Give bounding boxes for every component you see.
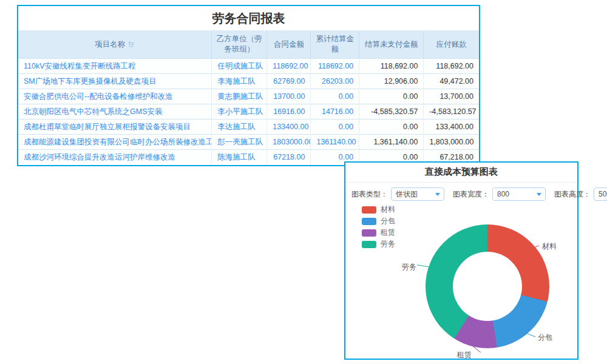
cell-contract: 1803000.00 (267, 135, 311, 150)
cell-unit: 陈海施工队 (212, 150, 267, 165)
legend-swatch (362, 229, 376, 237)
cell-unit: 彭一亮施工队 (212, 135, 267, 150)
cell-payable: 133,400.00 (424, 120, 479, 135)
chart-height-label: 图表高度： (554, 189, 591, 200)
report-table: 项目名称 乙方单位（劳务班组） 合同金额 累计结算金额 结算未支付金额 应付账款… (18, 30, 479, 165)
chart-width-label: 图表宽度： (453, 189, 489, 200)
cell-payable: 1,803,000.00 (424, 135, 479, 150)
column-header-payable: 应付账款 (424, 30, 479, 59)
cell-settled: 1361140.00 (311, 135, 359, 150)
cell-contract: 62769.00 (267, 74, 311, 89)
cell-unpaid: 1,361,140.00 (359, 135, 424, 150)
callout-label-material: 材料 (542, 241, 557, 252)
cell-settled: 0.00 (311, 89, 359, 104)
chart-width-group: 图表宽度： 800 (453, 187, 546, 201)
cell-settled: 0.00 (311, 120, 359, 135)
cell-unpaid: 0.00 (359, 89, 424, 104)
chart-height-group: 图表高度： 500 (554, 187, 607, 201)
cell-project[interactable]: SM广场地下车库更换摄像机及硬盘项目 (18, 74, 212, 89)
column-header-contract-amount: 合同金额 (267, 30, 311, 59)
legend-swatch (362, 206, 376, 214)
cell-unpaid: 118,692.00 (359, 59, 424, 74)
column-header-settled-amount: 累计结算金额 (311, 30, 359, 59)
cell-contract: 133400.00 (267, 120, 311, 135)
legend-item[interactable]: 分包 (362, 215, 395, 227)
chevron-down-icon (537, 193, 541, 196)
callout-label-labor: 劳务 (402, 262, 416, 272)
cell-payable: 118,692.00 (424, 59, 479, 74)
cell-unit: 李小平施工队 (212, 104, 267, 120)
legend-label: 劳务 (381, 239, 395, 249)
cell-payable: -4,583,120.57 (424, 104, 479, 120)
cell-settled: 26203.00 (311, 74, 359, 89)
legend-swatch (362, 241, 376, 248)
column-header-unpaid-amount: 结算未支付金额 (359, 30, 424, 59)
legend-swatch (362, 218, 376, 225)
column-header-project[interactable]: 项目名称 (18, 30, 212, 59)
cell-project[interactable]: 成都能源建设集团投资有限公司临时办公场所装修改造工程EPC (18, 135, 212, 150)
donut-hole (453, 252, 522, 321)
chart-type-select[interactable]: 饼状图 (391, 187, 444, 201)
cell-contract: 16916.00 (267, 104, 311, 120)
chart-type-group: 图表类型： 饼状图 (351, 187, 444, 201)
chart-type-label: 图表类型： (351, 189, 388, 200)
table-row: 110kV安徽线程集变开断线路工程任明成施工队118692.00118692.0… (18, 59, 479, 74)
chart-legend: 材料分包租赁劳务 (362, 204, 395, 250)
cell-project[interactable]: 成都沙河环境综合提升改造运河护岸维修改造 (18, 150, 212, 165)
chart-height-value: 500 (599, 190, 607, 198)
callout-label-rental: 租赁 (457, 350, 472, 360)
chart-height-select[interactable]: 500 (594, 187, 607, 201)
cell-unit: 黄志鹏施工队 (212, 89, 267, 104)
chart-width-value: 800 (497, 190, 509, 198)
legend-item[interactable]: 材料 (362, 204, 395, 215)
cell-project[interactable]: 成都杜甫草堂临时展厅独立展柜报警设备安装项目 (18, 120, 212, 135)
cell-payable: 49,472.00 (424, 74, 479, 89)
cell-contract: 67218.00 (267, 150, 311, 165)
cell-unpaid: -4,585,320.57 (359, 104, 424, 120)
callout-label-subcontract: 分包 (538, 332, 552, 343)
column-header-unit: 乙方单位（劳务班组） (212, 30, 267, 59)
cell-project[interactable]: 110kV安徽线程集变开断线路工程 (18, 59, 212, 74)
chart-title: 直接成本预算图表 (345, 163, 577, 183)
donut-chart[interactable] (426, 224, 549, 348)
cell-unit: 任明成施工队 (212, 59, 267, 74)
chart-controls: 图表类型： 饼状图 图表宽度： 800 图表高度： 500 (345, 183, 577, 204)
table-row: 成都能源建设集团投资有限公司临时办公场所装修改造工程EPC彭一亮施工队18030… (18, 135, 479, 150)
legend-item[interactable]: 劳务 (362, 238, 395, 250)
cell-unit: 李达施工队 (212, 120, 267, 135)
cell-settled: 14716.00 (311, 104, 359, 120)
cell-project[interactable]: 安徽合肥供电公司--配电设备检修维护和改造 (18, 89, 212, 104)
table-row: SM广场地下车库更换摄像机及硬盘项目李海施工队62769.0026203.001… (18, 74, 479, 89)
legend-label: 材料 (381, 204, 395, 215)
labor-contract-report-panel: 劳务合同报表 项目名称 乙方单位（劳务班组） 合同金额 累计结算金额 结算未支付… (17, 5, 480, 166)
table-row: 北京朝阳区电气中芯特气系统之GMS安装李小平施工队16916.0014716.0… (18, 104, 479, 120)
report-title: 劳务合同报表 (18, 6, 479, 30)
cell-unpaid: 0.00 (359, 120, 424, 135)
chart-type-value: 饼状图 (396, 190, 418, 198)
cell-unpaid: 12,906.00 (359, 74, 424, 89)
cell-unit: 李海施工队 (212, 74, 267, 89)
legend-label: 分包 (381, 216, 395, 226)
page: 劳务合同报表 项目名称 乙方单位（劳务班组） 合同金额 累计结算金额 结算未支付… (0, 0, 607, 364)
cell-settled: 118692.00 (311, 59, 359, 74)
cell-project[interactable]: 北京朝阳区电气中芯特气系统之GMS安装 (18, 104, 212, 120)
chart-width-select[interactable]: 800 (492, 187, 546, 201)
column-header-project-label: 项目名称 (95, 40, 125, 49)
cell-contract: 118692.00 (267, 59, 311, 74)
table-row: 安徽合肥供电公司--配电设备检修维护和改造黄志鹏施工队13700.000.000… (18, 89, 479, 104)
direct-cost-chart-panel: 直接成本预算图表 图表类型： 饼状图 图表宽度： 800 图表高度： 500 (344, 161, 578, 360)
legend-label: 租赁 (381, 228, 395, 238)
legend-item[interactable]: 租赁 (362, 227, 395, 238)
cell-payable: 13,700.00 (424, 89, 479, 104)
sort-icon[interactable] (127, 41, 135, 50)
cell-contract: 13700.00 (267, 89, 311, 104)
chevron-down-icon (435, 193, 440, 196)
table-row: 成都杜甫草堂临时展厅独立展柜报警设备安装项目李达施工队133400.000.00… (18, 120, 479, 135)
report-header-row: 项目名称 乙方单位（劳务班组） 合同金额 累计结算金额 结算未支付金额 应付账款 (18, 30, 479, 59)
